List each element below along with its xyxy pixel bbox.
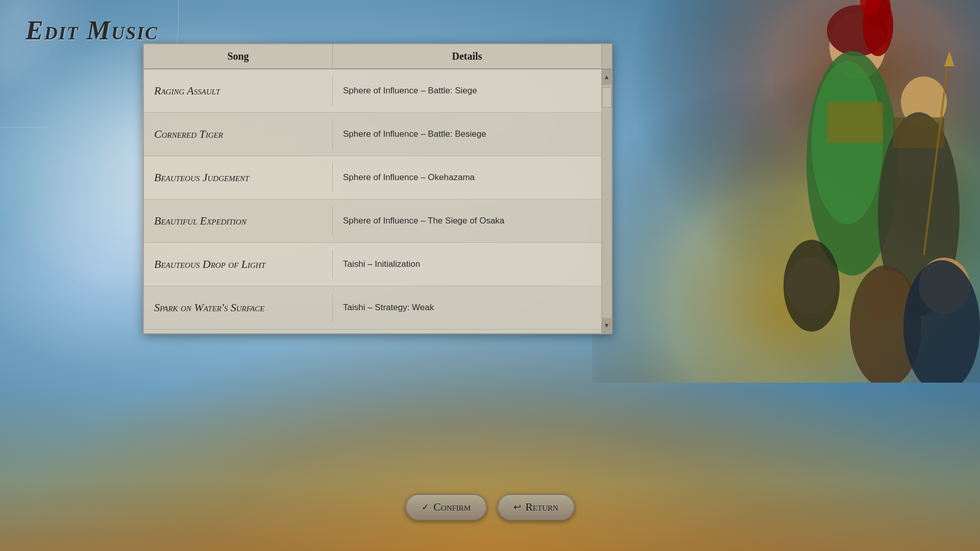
confirm-label: Confirm [433,500,471,514]
song-name: Beautiful Expedition [144,207,333,235]
header-song: Song [144,44,333,68]
song-details: Sphere of Influence – Okehazama [333,165,601,190]
table-row[interactable]: Spark on Water's Surface Taishi – Strate… [144,286,601,330]
table-body: Raging Assault Sphere of Influence – Bat… [144,69,601,333]
table-row[interactable]: Cornered Tiger Sphere of Influence – Bat… [144,113,601,156]
return-button[interactable]: ↩ Return [497,494,575,520]
table-row[interactable]: Beauteous Drop of Light Taishi – Initial… [144,243,601,286]
return-label: Return [525,500,558,514]
song-name: Spark on Water's Surface [144,293,333,322]
music-table-panel: Song Details Raging Assault Sphere of In… [143,43,612,334]
page-title: Edit Music [26,15,158,45]
scrollbar-track: ▲ ▼ [601,69,611,333]
song-details: Taishi – Initialization [333,252,601,277]
song-details: Sphere of Influence – Battle: Besiege [333,121,601,147]
bottom-buttons: ✓ Confirm ↩ Return [405,494,575,520]
song-name: Cornered Tiger [144,120,333,148]
scrollbar-down-button[interactable]: ▼ [602,318,612,333]
scrollbar-up-button[interactable]: ▲ [602,69,612,85]
scrollbar-thumb[interactable] [602,87,611,108]
song-name: Beauteous Drop of Light [144,250,333,279]
song-details: Sphere of Influence – The Siege of Osaka [333,208,601,234]
header-details: Details [333,44,601,68]
confirm-icon: ✓ [422,502,429,513]
song-name: Beauteous Judgement [144,163,333,192]
table-row[interactable]: Beauteous Judgement Sphere of Influence … [144,156,601,199]
table-row[interactable]: Beautiful Expedition Sphere of Influence… [144,199,601,243]
table-header: Song Details [144,44,611,69]
song-name: Raging Assault [144,77,333,105]
song-details: Taishi – Strategy: Weak [333,295,601,320]
return-icon: ↩ [513,502,521,513]
table-body-wrapper: Raging Assault Sphere of Influence – Bat… [144,69,611,333]
song-details: Sphere of Influence – Battle: Siege [333,78,601,104]
table-container: Song Details Raging Assault Sphere of In… [144,44,611,333]
table-row[interactable]: Raging Assault Sphere of Influence – Bat… [144,69,601,113]
confirm-button[interactable]: ✓ Confirm [405,494,487,520]
